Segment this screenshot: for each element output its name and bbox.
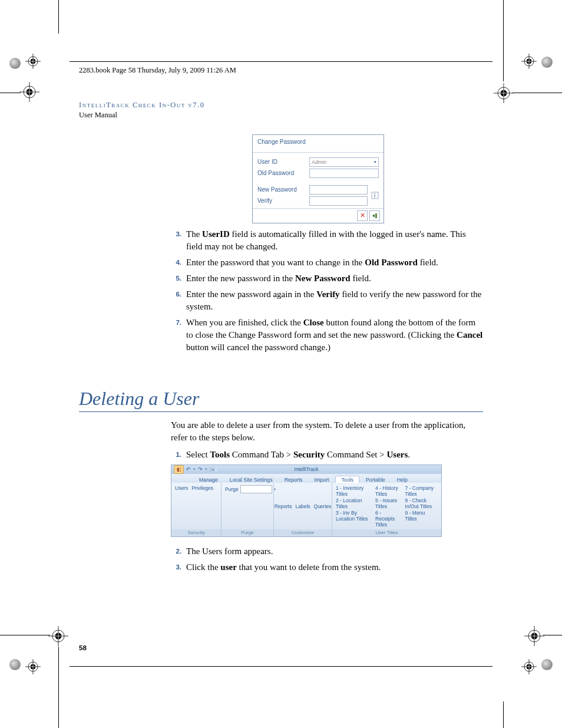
old-password-label: Old Password (257, 170, 309, 176)
svg-rect-50 (374, 195, 375, 197)
labels-button[interactable]: Labels (295, 503, 310, 509)
list-item: 3.Click the user that you want to delete… (171, 561, 483, 574)
list-item: 3.The UserID field is automatically fill… (171, 228, 483, 253)
crop-tick (58, 647, 59, 728)
running-title: IntelliTrack Check In-Out v7.0 (79, 100, 483, 110)
step-number: 3. (171, 561, 181, 574)
titles-item[interactable]: 2 - Location Titles (336, 498, 372, 509)
ribbon-tab-help[interactable]: Help (392, 476, 413, 483)
step-text: Click the user that you want to delete f… (186, 561, 483, 574)
registration-mark-icon (25, 54, 41, 69)
section-intro: You are able to delete a user from the s… (171, 419, 483, 444)
titles-item[interactable]: 3 - Inv By Location Titles (336, 510, 372, 522)
ribbon-tab-manage[interactable]: Manage (194, 476, 223, 483)
app-title: IntelliTrack (171, 465, 441, 474)
step-number: 5. (171, 272, 181, 285)
verify-label: Verify (257, 197, 309, 204)
users-button[interactable]: Users (175, 485, 188, 491)
ribbon-screenshot: ◧ ↶ ▾ ↷ ▾ ▾ IntelliTrack ManageLocal Sit… (171, 465, 442, 537)
purge-label: Purge (225, 486, 239, 492)
ribbon-tab-tools[interactable]: Tools (335, 476, 359, 483)
svg-rect-51 (375, 213, 377, 218)
crop-tick (543, 635, 562, 635)
step-number: 6. (171, 288, 181, 313)
titles-item[interactable]: 4 - History Titles (375, 485, 402, 497)
cancel-button[interactable]: ✕ (357, 210, 368, 221)
target-mark-icon (19, 82, 39, 102)
titles-item[interactable]: 9 - Menu Titles (405, 510, 438, 522)
crop-tick (0, 93, 21, 93)
list-item: 6.Enter the new password again in the Ve… (171, 288, 483, 313)
step-text: Enter the new password in the New Passwo… (186, 272, 483, 285)
step-text: The Users form appears. (186, 545, 483, 558)
list-item: 7.When you are finished, click the Close… (171, 317, 483, 354)
titles-item[interactable]: 6 - Receipts Titles (375, 510, 402, 528)
target-mark-icon (48, 626, 68, 646)
crop-tick (503, 0, 504, 81)
crop-tick (58, 0, 59, 34)
svg-rect-49 (374, 193, 375, 195)
ribbon-tab-local-site-settings[interactable]: Local Site Settings (224, 476, 278, 483)
registration-mark-icon (25, 659, 41, 674)
old-password-field[interactable] (309, 169, 379, 178)
registration-mark-icon (521, 54, 537, 69)
page-number: 58 (79, 644, 87, 651)
bearing-dot-icon (9, 58, 21, 69)
running-head: IntelliTrack Check In-Out v7.0 User Manu… (79, 100, 483, 120)
step-number: 1. (171, 449, 181, 461)
list-item: 5.Enter the new password in the New Pass… (171, 272, 483, 285)
user-id-label: User ID (257, 159, 309, 165)
crop-line-bottom (70, 666, 492, 667)
ribbon-tab-import[interactable]: Import (309, 476, 334, 483)
new-password-field[interactable] (309, 185, 368, 195)
titles-item[interactable]: 5 - Issues Titles (375, 498, 402, 509)
dialog-title: Change Password (253, 135, 384, 153)
group-label-security: Security (171, 529, 221, 536)
running-subtitle: User Manual (79, 110, 483, 120)
bearing-dot-icon (541, 659, 553, 670)
step-number: 2. (171, 545, 181, 558)
user-id-field[interactable]: Admin▾ (309, 157, 379, 167)
ribbon-tab-portable[interactable]: Portable (361, 476, 391, 483)
group-label-customize: Customize (274, 529, 332, 536)
crop-tick (0, 635, 50, 635)
info-icon (371, 191, 379, 199)
group-label-titles: User Titles (332, 529, 441, 536)
titles-item[interactable]: 1 - Inventory Titles (336, 485, 372, 497)
verify-field[interactable] (309, 196, 368, 206)
list-item: 4.Enter the password that you want to ch… (171, 256, 483, 269)
titles-item[interactable]: 8 - Check In/Out Titles (405, 498, 438, 509)
new-password-label: New Password (257, 186, 309, 193)
list-item: 1.Select Tools Command Tab > Security Co… (171, 449, 483, 461)
bearing-dot-icon (9, 659, 21, 670)
user-id-value: Admin (312, 159, 327, 165)
section-heading: Deleting a User (79, 388, 483, 412)
registration-mark-icon (521, 659, 537, 674)
step-text: Enter the new password again in the Veri… (186, 288, 483, 313)
crop-header-text: 2283.book Page 58 Thursday, July 9, 2009… (79, 66, 236, 75)
step-text: When you are finished, click the Close b… (186, 317, 483, 354)
crop-line-top (70, 61, 492, 62)
close-button[interactable] (369, 210, 380, 221)
step-number: 3. (171, 228, 181, 253)
purge-dropdown[interactable] (240, 485, 272, 493)
target-mark-icon (494, 83, 514, 103)
change-password-dialog: Change Password User ID Admin▾ Old Passw… (252, 134, 384, 223)
bearing-dot-icon (541, 57, 553, 68)
list-item: 2.The Users form appears. (171, 545, 483, 558)
step-number: 4. (171, 256, 181, 269)
step-text: Enter the password that you want to chan… (186, 256, 483, 269)
step-number: 7. (171, 317, 181, 354)
crop-tick (503, 701, 504, 728)
group-label-purge: Purge (222, 529, 273, 536)
titles-item[interactable]: 7 - Company Titles (405, 485, 438, 497)
step-text: The UserID field is automatically filled… (186, 228, 483, 253)
reports-button[interactable]: Reports (275, 503, 292, 509)
step-text: Select Tools Command Tab > Security Comm… (186, 449, 483, 461)
privileges-button[interactable]: Privileges (191, 485, 213, 491)
chevron-down-icon: ▾ (374, 160, 376, 164)
crop-tick (513, 93, 562, 93)
queries-button[interactable]: Queries (314, 503, 332, 509)
target-mark-icon (524, 626, 544, 646)
ribbon-tab-reports[interactable]: Reports (279, 476, 308, 483)
